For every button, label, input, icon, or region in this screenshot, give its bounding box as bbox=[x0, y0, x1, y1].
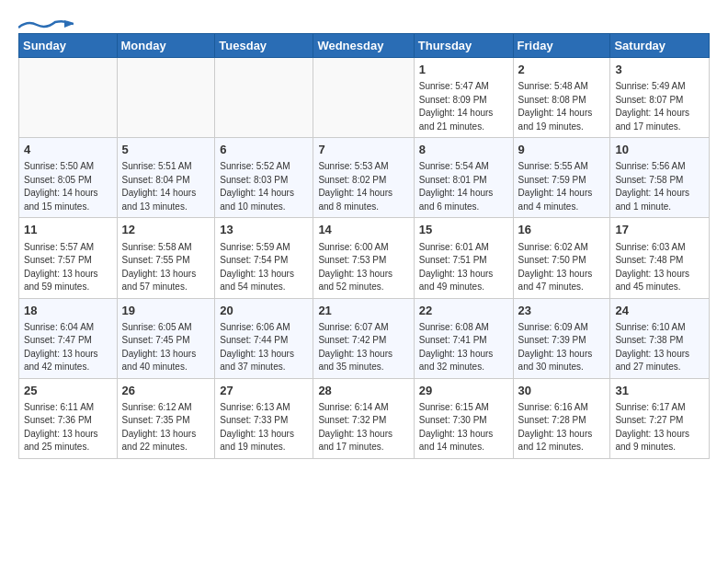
day-info: Sunrise: 5:51 AM Sunset: 8:04 PM Dayligh… bbox=[122, 160, 210, 213]
calendar-cell: 7Sunrise: 5:53 AM Sunset: 8:02 PM Daylig… bbox=[313, 138, 414, 218]
calendar-week-2: 4Sunrise: 5:50 AM Sunset: 8:05 PM Daylig… bbox=[19, 138, 710, 218]
day-number: 25 bbox=[24, 383, 112, 399]
day-number: 3 bbox=[615, 62, 704, 78]
day-number: 31 bbox=[615, 383, 704, 399]
calendar-cell: 17Sunrise: 6:03 AM Sunset: 7:48 PM Dayli… bbox=[610, 218, 710, 298]
day-info: Sunrise: 6:13 AM Sunset: 7:33 PM Dayligh… bbox=[220, 401, 308, 454]
day-info: Sunrise: 5:56 AM Sunset: 7:58 PM Dayligh… bbox=[615, 160, 704, 213]
day-info: Sunrise: 5:52 AM Sunset: 8:03 PM Dayligh… bbox=[220, 160, 308, 213]
calendar-cell: 16Sunrise: 6:02 AM Sunset: 7:50 PM Dayli… bbox=[513, 218, 610, 298]
day-number: 22 bbox=[419, 303, 508, 319]
day-number: 10 bbox=[615, 142, 704, 158]
day-number: 2 bbox=[518, 62, 606, 78]
day-info: Sunrise: 6:08 AM Sunset: 7:41 PM Dayligh… bbox=[419, 321, 508, 374]
day-number: 24 bbox=[615, 303, 704, 319]
calendar-header-friday: Friday bbox=[513, 34, 610, 58]
day-number: 18 bbox=[24, 303, 112, 319]
day-number: 11 bbox=[24, 222, 112, 238]
calendar-cell: 3Sunrise: 5:49 AM Sunset: 8:07 PM Daylig… bbox=[610, 58, 710, 138]
calendar-week-4: 18Sunrise: 6:04 AM Sunset: 7:47 PM Dayli… bbox=[19, 298, 710, 378]
day-info: Sunrise: 6:03 AM Sunset: 7:48 PM Dayligh… bbox=[615, 241, 704, 294]
day-info: Sunrise: 6:05 AM Sunset: 7:45 PM Dayligh… bbox=[122, 321, 210, 374]
day-number: 8 bbox=[419, 142, 508, 158]
day-number: 29 bbox=[419, 383, 508, 399]
calendar-cell: 5Sunrise: 5:51 AM Sunset: 8:04 PM Daylig… bbox=[117, 138, 215, 218]
calendar-cell bbox=[313, 58, 414, 138]
day-info: Sunrise: 5:48 AM Sunset: 8:08 PM Dayligh… bbox=[518, 80, 606, 133]
logo bbox=[18, 15, 74, 24]
calendar-header-monday: Monday bbox=[117, 34, 215, 58]
calendar-cell: 11Sunrise: 5:57 AM Sunset: 7:57 PM Dayli… bbox=[19, 218, 118, 298]
day-info: Sunrise: 5:57 AM Sunset: 7:57 PM Dayligh… bbox=[24, 241, 112, 294]
calendar-cell: 24Sunrise: 6:10 AM Sunset: 7:38 PM Dayli… bbox=[610, 298, 710, 378]
calendar-cell: 14Sunrise: 6:00 AM Sunset: 7:53 PM Dayli… bbox=[313, 218, 414, 298]
day-number: 30 bbox=[518, 383, 606, 399]
calendar-week-1: 1Sunrise: 5:47 AM Sunset: 8:09 PM Daylig… bbox=[19, 58, 710, 138]
calendar-cell: 4Sunrise: 5:50 AM Sunset: 8:05 PM Daylig… bbox=[19, 138, 118, 218]
day-number: 23 bbox=[518, 303, 606, 319]
calendar-cell: 30Sunrise: 6:16 AM Sunset: 7:28 PM Dayli… bbox=[513, 378, 610, 458]
day-info: Sunrise: 6:17 AM Sunset: 7:27 PM Dayligh… bbox=[615, 401, 704, 454]
calendar-cell: 12Sunrise: 5:58 AM Sunset: 7:55 PM Dayli… bbox=[117, 218, 215, 298]
day-info: Sunrise: 6:02 AM Sunset: 7:50 PM Dayligh… bbox=[518, 241, 606, 294]
day-number: 28 bbox=[318, 383, 408, 399]
calendar-cell: 27Sunrise: 6:13 AM Sunset: 7:33 PM Dayli… bbox=[215, 378, 313, 458]
day-number: 19 bbox=[122, 303, 210, 319]
calendar-cell: 18Sunrise: 6:04 AM Sunset: 7:47 PM Dayli… bbox=[19, 298, 118, 378]
calendar-header-wednesday: Wednesday bbox=[313, 34, 414, 58]
day-number: 14 bbox=[318, 222, 408, 238]
day-info: Sunrise: 5:49 AM Sunset: 8:07 PM Dayligh… bbox=[615, 80, 704, 133]
calendar-header-sunday: Sunday bbox=[19, 34, 118, 58]
day-number: 12 bbox=[122, 222, 210, 238]
day-info: Sunrise: 6:04 AM Sunset: 7:47 PM Dayligh… bbox=[24, 321, 112, 374]
day-number: 16 bbox=[518, 222, 606, 238]
calendar-cell: 10Sunrise: 5:56 AM Sunset: 7:58 PM Dayli… bbox=[610, 138, 710, 218]
calendar-cell: 28Sunrise: 6:14 AM Sunset: 7:32 PM Dayli… bbox=[313, 378, 414, 458]
calendar-cell: 9Sunrise: 5:55 AM Sunset: 7:59 PM Daylig… bbox=[513, 138, 610, 218]
day-info: Sunrise: 6:14 AM Sunset: 7:32 PM Dayligh… bbox=[318, 401, 408, 454]
day-number: 17 bbox=[615, 222, 704, 238]
calendar-cell: 23Sunrise: 6:09 AM Sunset: 7:39 PM Dayli… bbox=[513, 298, 610, 378]
day-info: Sunrise: 6:15 AM Sunset: 7:30 PM Dayligh… bbox=[419, 401, 508, 454]
calendar-cell: 2Sunrise: 5:48 AM Sunset: 8:08 PM Daylig… bbox=[513, 58, 610, 138]
day-info: Sunrise: 6:16 AM Sunset: 7:28 PM Dayligh… bbox=[518, 401, 606, 454]
day-number: 7 bbox=[318, 142, 408, 158]
day-number: 13 bbox=[220, 222, 308, 238]
day-number: 21 bbox=[318, 303, 408, 319]
calendar-cell: 20Sunrise: 6:06 AM Sunset: 7:44 PM Dayli… bbox=[215, 298, 313, 378]
day-info: Sunrise: 6:06 AM Sunset: 7:44 PM Dayligh… bbox=[220, 321, 308, 374]
calendar-cell: 25Sunrise: 6:11 AM Sunset: 7:36 PM Dayli… bbox=[19, 378, 118, 458]
calendar-cell: 19Sunrise: 6:05 AM Sunset: 7:45 PM Dayli… bbox=[117, 298, 215, 378]
calendar-header-saturday: Saturday bbox=[610, 34, 710, 58]
day-number: 6 bbox=[220, 142, 308, 158]
calendar-cell: 8Sunrise: 5:54 AM Sunset: 8:01 PM Daylig… bbox=[414, 138, 513, 218]
calendar-week-3: 11Sunrise: 5:57 AM Sunset: 7:57 PM Dayli… bbox=[19, 218, 710, 298]
day-number: 15 bbox=[419, 222, 508, 238]
day-info: Sunrise: 6:07 AM Sunset: 7:42 PM Dayligh… bbox=[318, 321, 408, 374]
page: SundayMondayTuesdayWednesdayThursdayFrid… bbox=[0, 0, 728, 468]
calendar-header-thursday: Thursday bbox=[414, 34, 513, 58]
calendar-cell: 29Sunrise: 6:15 AM Sunset: 7:30 PM Dayli… bbox=[414, 378, 513, 458]
calendar-week-5: 25Sunrise: 6:11 AM Sunset: 7:36 PM Dayli… bbox=[19, 378, 710, 458]
calendar-cell: 6Sunrise: 5:52 AM Sunset: 8:03 PM Daylig… bbox=[215, 138, 313, 218]
day-info: Sunrise: 5:47 AM Sunset: 8:09 PM Dayligh… bbox=[419, 80, 508, 133]
day-info: Sunrise: 5:58 AM Sunset: 7:55 PM Dayligh… bbox=[122, 241, 210, 294]
day-number: 9 bbox=[518, 142, 606, 158]
day-number: 5 bbox=[122, 142, 210, 158]
day-info: Sunrise: 6:10 AM Sunset: 7:38 PM Dayligh… bbox=[615, 321, 704, 374]
calendar-cell: 21Sunrise: 6:07 AM Sunset: 7:42 PM Dayli… bbox=[313, 298, 414, 378]
day-info: Sunrise: 6:00 AM Sunset: 7:53 PM Dayligh… bbox=[318, 241, 408, 294]
day-info: Sunrise: 6:12 AM Sunset: 7:35 PM Dayligh… bbox=[122, 401, 210, 454]
day-info: Sunrise: 5:53 AM Sunset: 8:02 PM Dayligh… bbox=[318, 160, 408, 213]
day-info: Sunrise: 5:55 AM Sunset: 7:59 PM Dayligh… bbox=[518, 160, 606, 213]
day-number: 4 bbox=[24, 142, 112, 158]
day-number: 27 bbox=[220, 383, 308, 399]
day-info: Sunrise: 6:11 AM Sunset: 7:36 PM Dayligh… bbox=[24, 401, 112, 454]
calendar-header-tuesday: Tuesday bbox=[215, 34, 313, 58]
day-info: Sunrise: 5:50 AM Sunset: 8:05 PM Dayligh… bbox=[24, 160, 112, 213]
calendar-cell: 26Sunrise: 6:12 AM Sunset: 7:35 PM Dayli… bbox=[117, 378, 215, 458]
calendar: SundayMondayTuesdayWednesdayThursdayFrid… bbox=[18, 33, 710, 459]
calendar-cell: 15Sunrise: 6:01 AM Sunset: 7:51 PM Dayli… bbox=[414, 218, 513, 298]
calendar-cell: 22Sunrise: 6:08 AM Sunset: 7:41 PM Dayli… bbox=[414, 298, 513, 378]
day-number: 1 bbox=[419, 62, 508, 78]
